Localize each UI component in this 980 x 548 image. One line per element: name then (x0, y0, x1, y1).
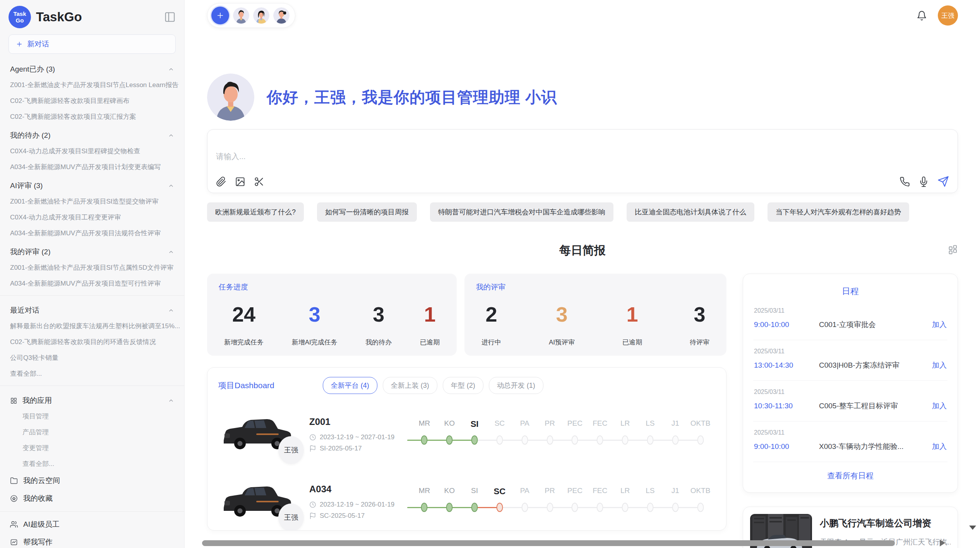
chat-input[interactable] (216, 136, 949, 176)
user-avatar[interactable]: 王强 (938, 5, 958, 26)
agent-avatar-2[interactable] (253, 7, 269, 24)
send-icon[interactable] (937, 176, 949, 187)
milestone-line (600, 507, 625, 508)
stat-value: 24 (224, 302, 264, 326)
schedule-name: C003|H0B-方案冻结评审 (819, 360, 932, 370)
suggestion-chip[interactable]: 如何写一份清晰的项目周报 (317, 202, 417, 222)
dashboard-filter-chip[interactable]: 动总开发 (1) (489, 377, 543, 394)
recent-chat-item[interactable]: C02-飞腾新能源轻客改款项目的闭环通告反馈情况 (0, 334, 184, 350)
milestone-dot-SI (471, 503, 478, 512)
project-dashboard-card: 项目Dashboard 全新平台 (4)全新上装 (3)年型 (2)动总开发 (… (207, 367, 726, 531)
milestone-label: KO (444, 486, 455, 495)
suggestion-chip[interactable]: 特朗普可能对进口汽车增税会对中国车企造成哪些影响 (430, 202, 613, 222)
sidebar-section-header[interactable]: Agent已办 (3) (0, 58, 184, 77)
sidebar-tool-write[interactable]: 帮我写作 (0, 533, 184, 548)
milestone-dot-PR (547, 435, 553, 445)
sidebar-item[interactable]: C02-飞腾新能源轻客改款项目立项汇报方案 (0, 109, 184, 125)
recent-chat-item[interactable]: 解释最新出台的欧盟报废车法规再生塑料比例被调至15%... (0, 318, 184, 334)
recent-chats-header[interactable]: 最近对话 (0, 300, 184, 318)
join-meeting-link[interactable]: 加入 (932, 401, 947, 411)
schedule-item: 2025/03/11 9:00-10:00 C001-立项审批会 加入 (753, 300, 947, 340)
schedule-item: 2025/03/11 13:00-14:30 C003|H0B-方案冻结评审 加… (753, 340, 947, 381)
milestone-label: PA (520, 486, 529, 495)
sidebar-item[interactable]: C0X4-动力总成开发项目SI里程碑提交物检查 (0, 143, 184, 159)
milestone-line (550, 440, 575, 441)
schedule-time: 13:00-14:30 (754, 361, 819, 370)
dashboard-filter-chip[interactable]: 全新平台 (4) (323, 377, 377, 394)
phone-icon[interactable] (899, 176, 910, 187)
suggestion-chip[interactable]: 当下年轻人对汽车外观有怎样的喜好趋势 (768, 202, 909, 222)
milestone-label: PEC (567, 486, 583, 495)
project-row-A034[interactable]: 王强 A034 2023-12-19 ~ 2026-01-19 SC-2025-… (218, 474, 715, 529)
scroll-right-arrow-icon[interactable] (940, 539, 945, 546)
dashboard-filter-chip[interactable]: 年型 (2) (443, 377, 483, 394)
sidebar-section-header[interactable]: 我的待办 (2) (0, 125, 184, 143)
scroll-down-caret-icon[interactable] (969, 526, 976, 530)
attachment-icon[interactable] (216, 176, 226, 187)
my-apps-header[interactable]: 我的应用 (0, 390, 184, 408)
sidebar-section-header[interactable]: 我的评审 (2) (0, 241, 184, 260)
image-icon[interactable] (235, 176, 245, 187)
agent-avatar-1[interactable] (233, 7, 249, 24)
milestone-line (600, 440, 625, 441)
sidebar-item[interactable]: C02-飞腾新能源轻客改款项目里程碑画布 (0, 93, 184, 109)
sidebar-collapse-icon[interactable] (164, 11, 176, 23)
topbar: 王强 (207, 3, 958, 28)
sidebar-item[interactable]: A034-全新新能源MUV产品开发项目法规符合性评审 (0, 225, 184, 241)
app-item[interactable]: 产品管理 (0, 424, 184, 440)
stat: 24 新增完成任务 (224, 292, 264, 347)
milestone-dot-FEC (597, 435, 603, 445)
milestone-track: MRKOSISCPAPRPECFECLRLSJ1OKTB (412, 419, 715, 449)
stat-card-title: 我的评审 (476, 282, 715, 292)
stat: 2 进行中 (481, 292, 501, 347)
schedule-name: X003-车辆动力学性能验... (819, 442, 932, 452)
section-title: Agent已办 (3) (10, 64, 55, 74)
project-row-Z001[interactable]: 王强 Z001 2023-12-19 ~ 2027-01-19 SI-2025-… (218, 407, 715, 461)
stat-value: 2 (481, 302, 501, 326)
sidebar-header: Task Go TaskGo (0, 0, 184, 32)
agent-avatar-3[interactable] (273, 7, 290, 24)
mic-icon[interactable] (918, 176, 929, 187)
sidebar-item[interactable]: Z001-全新燃油轻卡产品开发项目SI造型提交物评审 (0, 194, 184, 209)
sidebar-item[interactable]: C0X4-动力总成开发项目工程变更评审 (0, 209, 184, 225)
sidebar-section-header[interactable]: AI评审 (3) (0, 175, 184, 194)
dashboard-filter-chip[interactable]: 全新上装 (3) (383, 377, 437, 394)
sidebar-item[interactable]: A034-全新新能源MUV产品开发项目造型可行性评审 (0, 276, 184, 291)
add-agent-button[interactable] (211, 7, 229, 24)
sidebar-item[interactable]: Z001-全新燃油皮卡产品开发项目SI节点Lesson Learn报告 (0, 77, 184, 93)
app-item[interactable]: 项目管理 (0, 408, 184, 424)
suggestion-chip[interactable]: 欧洲新规最近颁布了什么? (207, 202, 304, 222)
sidebar-item[interactable]: Z001-全新燃油轻卡产品开发项目SI节点属性5D文件评审 (0, 260, 184, 276)
view-all-schedule-link[interactable]: 查看所有日程 (753, 471, 947, 481)
dashboard-header: 项目Dashboard 全新平台 (4)全新上装 (3)年型 (2)动总开发 (… (218, 377, 715, 394)
stat: 1 已逾期 (622, 292, 642, 347)
milestone-dot-LS (647, 435, 653, 445)
schedule-list: 2025/03/11 9:00-10:00 C001-立项审批会 加入 2025… (753, 300, 947, 462)
scissors-icon[interactable] (254, 176, 264, 187)
horizontal-scrollbar[interactable] (202, 540, 895, 546)
layout-grid-icon[interactable] (947, 244, 958, 255)
new-chat-label: 新对话 (27, 39, 49, 49)
sidebar-item[interactable]: A034-全新新能源MUV产品开发项目计划变更表编写 (0, 159, 184, 175)
sidebar-link-folder[interactable]: 我的云空间 (0, 472, 184, 490)
milestone-label: SI (471, 419, 479, 429)
milestone-dot-FEC (597, 503, 603, 512)
schedule-time: 10:30-11:30 (754, 402, 819, 410)
milestone-line (525, 507, 550, 508)
join-meeting-link[interactable]: 加入 (932, 442, 947, 452)
app-item[interactable]: 变更管理 (0, 440, 184, 456)
sidebar-link-star-circle[interactable]: 我的收藏 (0, 490, 184, 507)
lower-grid: 任务进度 24 新增完成任务 3 新增AI完成任务 3 我的待办 1 已逾期 我… (207, 274, 958, 548)
sidebar-tool-people[interactable]: AI超级员工 (0, 515, 184, 533)
divider (0, 511, 184, 512)
recent-chat-item[interactable]: 公司Q3轻卡销量 (0, 350, 184, 366)
join-meeting-link[interactable]: 加入 (932, 360, 947, 370)
join-meeting-link[interactable]: 加入 (932, 320, 947, 330)
view-all-chats-link[interactable]: 查看全部... (0, 366, 184, 382)
notification-bell-icon[interactable] (917, 10, 927, 21)
suggestion-chip[interactable]: 比亚迪全固态电池计划具体说了什么 (627, 202, 754, 222)
app-item[interactable]: 查看全部... (0, 456, 184, 472)
milestone-line (675, 507, 701, 508)
new-chat-button[interactable]: 新对话 (9, 34, 176, 54)
stat-label: AI预评审 (549, 338, 575, 347)
